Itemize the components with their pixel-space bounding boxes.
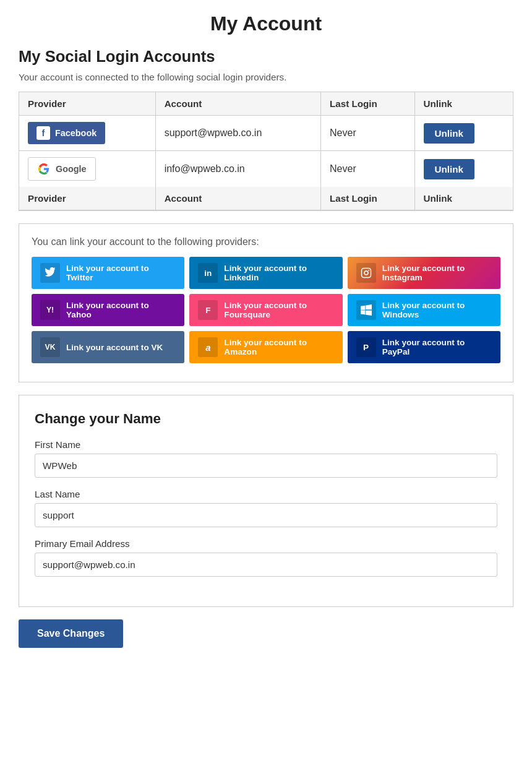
link-linkedin-label: Link your account to Linkedin xyxy=(224,264,333,282)
linkedin-icon: in xyxy=(198,263,218,283)
last-name-input[interactable] xyxy=(35,503,497,527)
link-amazon-label: Link your account to Amazon xyxy=(224,338,333,356)
svg-point-2 xyxy=(368,270,369,271)
facebook-unlink-button[interactable]: Unlink xyxy=(424,123,474,144)
link-vk-button[interactable]: VK Link your account to VK xyxy=(32,331,184,363)
last-name-label: Last Name xyxy=(35,489,497,499)
facebook-provider-button[interactable]: f Facebook xyxy=(28,122,105,144)
google-account: info@wpweb.co.in xyxy=(155,151,320,187)
table-row: Google info@wpweb.co.in Never Unlink xyxy=(19,151,513,187)
facebook-last-login: Never xyxy=(321,116,415,151)
link-yahoo-button[interactable]: Y! Link your account to Yahoo xyxy=(32,294,184,326)
vk-icon: VK xyxy=(40,337,60,357)
link-paypal-button[interactable]: P Link your account to PayPal xyxy=(348,331,500,363)
link-windows-button[interactable]: Link your account to Windows xyxy=(348,294,500,326)
email-label: Primary Email Address xyxy=(35,538,497,549)
foursquare-icon: F xyxy=(198,300,218,320)
social-login-subtitle: Your account is connected to the followi… xyxy=(19,72,513,82)
col-header-unlink: Unlink xyxy=(414,92,513,116)
link-instagram-button[interactable]: Link your account to Instagram xyxy=(348,257,500,289)
link-yahoo-label: Link your account to Yahoo xyxy=(66,301,176,319)
link-foursquare-button[interactable]: F Link your account to Foursquare xyxy=(189,294,342,326)
first-name-label: First Name xyxy=(35,439,497,450)
change-name-section: Change your Name First Name Last Name Pr… xyxy=(19,395,513,607)
google-last-login: Never xyxy=(321,151,415,187)
link-paypal-label: Link your account to PayPal xyxy=(382,338,492,356)
last-name-group: Last Name xyxy=(35,489,497,527)
link-providers-grid: Link your account to Twitter in Link you… xyxy=(32,257,500,363)
amazon-icon: a xyxy=(198,337,218,357)
facebook-icon: f xyxy=(36,126,50,140)
google-unlink-button[interactable]: Unlink xyxy=(424,159,474,179)
link-twitter-label: Link your account to Twitter xyxy=(66,264,176,282)
save-changes-button[interactable]: Save Changes xyxy=(19,619,123,648)
link-amazon-button[interactable]: a Link your account to Amazon xyxy=(189,331,342,363)
social-accounts-table: Provider Account Last Login Unlink f Fac… xyxy=(19,92,513,210)
facebook-account: support@wpweb.co.in xyxy=(155,116,320,151)
facebook-label: Facebook xyxy=(55,128,97,138)
windows-icon xyxy=(356,300,376,320)
page-title: My Account xyxy=(19,12,513,35)
svg-point-1 xyxy=(364,271,368,275)
email-input[interactable] xyxy=(35,553,497,577)
social-login-heading: My Social Login Accounts xyxy=(19,48,513,66)
google-label: Google xyxy=(56,164,87,174)
instagram-icon xyxy=(356,263,376,283)
link-windows-label: Link your account to Windows xyxy=(382,301,492,319)
link-section-intro: You can link your account to the followi… xyxy=(32,236,500,248)
table-footer-row: Provider Account Last Login Unlink xyxy=(19,187,513,210)
footer-col-provider: Provider xyxy=(19,187,155,210)
facebook-unlink-cell: Unlink xyxy=(414,116,513,151)
google-provider-button[interactable]: Google xyxy=(28,157,96,181)
change-name-heading: Change your Name xyxy=(35,411,497,427)
email-group: Primary Email Address xyxy=(35,538,497,577)
link-instagram-label: Link your account to Instagram xyxy=(382,264,492,282)
table-row: f Facebook support@wpweb.co.in Never Unl… xyxy=(19,116,513,151)
footer-col-last-login: Last Login xyxy=(321,187,415,210)
link-twitter-button[interactable]: Link your account to Twitter xyxy=(32,257,184,289)
provider-facebook-cell: f Facebook xyxy=(19,116,155,151)
yahoo-icon: Y! xyxy=(40,300,60,320)
paypal-icon: P xyxy=(356,337,376,357)
footer-col-account: Account xyxy=(155,187,320,210)
col-header-last-login: Last Login xyxy=(321,92,415,116)
col-header-account: Account xyxy=(155,92,320,116)
first-name-group: First Name xyxy=(35,439,497,478)
google-icon xyxy=(37,162,51,176)
link-vk-label: Link your account to VK xyxy=(66,343,163,352)
link-providers-section: You can link your account to the followi… xyxy=(19,223,513,382)
social-accounts-table-container: Provider Account Last Login Unlink f Fac… xyxy=(19,92,513,211)
twitter-icon xyxy=(40,263,60,283)
link-foursquare-label: Link your account to Foursquare xyxy=(224,301,333,319)
link-linkedin-button[interactable]: in Link your account to Linkedin xyxy=(189,257,342,289)
first-name-input[interactable] xyxy=(35,454,497,478)
svg-rect-0 xyxy=(361,269,371,278)
provider-google-cell: Google xyxy=(19,151,155,187)
google-unlink-cell: Unlink xyxy=(414,151,513,187)
col-header-provider: Provider xyxy=(19,92,155,116)
footer-col-unlink: Unlink xyxy=(414,187,513,210)
